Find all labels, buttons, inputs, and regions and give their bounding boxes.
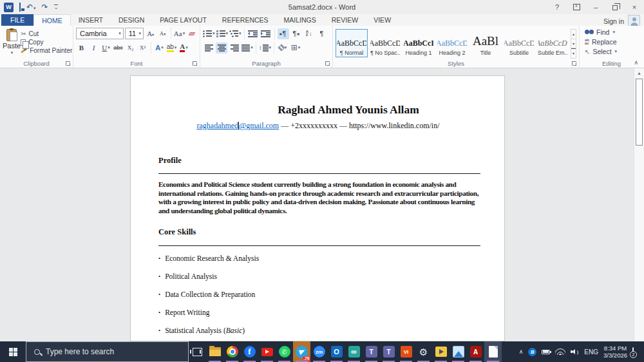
style-subtle-emphasis[interactable]: AaBbCcDiSubtle Em... <box>536 29 569 57</box>
app-media-player[interactable] <box>432 341 450 362</box>
change-case-button[interactable]: Aa▾ <box>174 28 185 39</box>
language-indicator[interactable]: ENG <box>584 348 598 356</box>
select-button[interactable]: ↖Select▾ <box>585 48 641 55</box>
tab-references[interactable]: REFERENCES <box>214 14 276 26</box>
tray-expand-button[interactable]: ∧ <box>519 348 524 355</box>
style-subtitle[interactable]: AaBbCcDSubtitle <box>503 29 535 57</box>
borders-button[interactable]: ⊞▾ <box>290 43 301 53</box>
collapse-ribbon-button[interactable]: ∧ <box>634 59 638 66</box>
save-button[interactable] <box>19 3 21 11</box>
strikethrough-button[interactable]: abc <box>113 43 124 53</box>
align-right-button[interactable] <box>229 43 240 53</box>
email-link[interactable]: raghadahmed@gmail.com <box>196 121 279 130</box>
styles-scroll-up-button[interactable]: ▴ <box>571 30 576 39</box>
app-photos[interactable] <box>450 341 467 362</box>
align-left-button[interactable] <box>203 43 214 53</box>
replace-button[interactable]: abacReplace <box>585 38 641 46</box>
styles-scroll-down-button[interactable]: ▾ <box>571 39 576 49</box>
document-page[interactable]: Raghad Ahmed Younis Allam raghadahmed@gm… <box>130 75 505 341</box>
style-title[interactable]: AaBlTitle <box>469 29 502 57</box>
find-button[interactable]: Find▾ <box>585 28 641 36</box>
app-chrome[interactable] <box>223 341 241 362</box>
app-infinity[interactable]: ∞ <box>345 341 363 362</box>
redo-button[interactable]: ↷ <box>42 3 48 11</box>
text-effects-button[interactable]: A▾ <box>154 43 165 53</box>
shrink-font-button[interactable]: A▾ <box>157 28 168 39</box>
wifi-icon[interactable] <box>555 348 565 355</box>
numbering-button[interactable]: ▾ <box>216 28 229 39</box>
dialog-launcher-styles[interactable] <box>572 61 576 66</box>
bold-button[interactable]: B <box>76 43 87 53</box>
highlight-color-button[interactable]: ab▾ <box>166 43 177 53</box>
vertical-scrollbar[interactable]: ▲ <box>634 68 644 341</box>
font-color-button[interactable]: A▾ <box>178 43 189 53</box>
scrollbar-thumb[interactable] <box>636 79 643 146</box>
battery-icon[interactable] <box>542 350 550 354</box>
app-telegram[interactable]: .79 <box>293 341 310 362</box>
app-acrobat[interactable]: A <box>467 341 484 362</box>
app-settings[interactable]: ⚙ <box>415 341 432 362</box>
justify-button[interactable]: ▾ <box>242 43 253 53</box>
app-vi[interactable]: VI <box>397 341 415 362</box>
bullets-button[interactable]: ▾ <box>203 28 215 39</box>
start-button[interactable] <box>0 341 26 362</box>
dialog-launcher-clipboard[interactable] <box>66 61 70 66</box>
style-heading-2[interactable]: AaBbCcDHeading 2 <box>436 29 468 57</box>
tab-mailings[interactable]: MAILINGS <box>276 14 324 26</box>
tab-home[interactable]: HOME <box>33 14 71 26</box>
cut-button[interactable]: ✂Cut <box>21 30 72 37</box>
bluetooth-icon[interactable]: B <box>528 348 536 356</box>
notification-center-button[interactable]: 2 <box>632 348 634 356</box>
show-formatting-marks-button[interactable]: ¶ <box>316 28 328 39</box>
subscript-button[interactable]: X₂ <box>125 43 136 53</box>
style-normal[interactable]: AaBbCcD¶ Normal <box>336 29 368 57</box>
app-word-document-active[interactable] <box>484 341 502 362</box>
taskbar-search-box[interactable]: Type here to search <box>26 341 189 362</box>
styles-more-button[interactable]: ▾ <box>571 48 576 58</box>
scroll-up-arrow[interactable]: ▲ <box>634 68 644 78</box>
underline-button[interactable]: U▾ <box>100 43 111 53</box>
app-youtube[interactable] <box>258 341 276 362</box>
tab-file[interactable]: FILE <box>1 14 33 26</box>
grow-font-button[interactable]: A▴ <box>145 28 156 39</box>
clock[interactable]: 8:34 PM 3/3/2026 <box>603 345 627 359</box>
app-outlook[interactable]: O <box>328 341 345 362</box>
sort-button[interactable]: AZ↓ <box>303 28 315 39</box>
increase-indent-button[interactable] <box>260 28 272 39</box>
italic-button[interactable]: I <box>88 43 99 53</box>
font-size-combo[interactable]: 11▾ <box>125 28 144 39</box>
superscript-button[interactable]: X² <box>137 43 148 53</box>
tab-insert[interactable]: INSERT <box>71 14 111 26</box>
volume-icon[interactable] <box>571 348 579 355</box>
app-whatsapp[interactable]: ✆ <box>276 341 293 362</box>
tab-design[interactable]: DESIGN <box>111 14 152 26</box>
font-family-combo[interactable]: Cambria▾ <box>76 28 124 39</box>
undo-button[interactable]: ↶▾ <box>26 3 36 11</box>
app-zoom[interactable]: zm <box>310 341 328 362</box>
multilevel-list-button[interactable]: ▾ <box>229 28 242 39</box>
ribbon-display-options-button[interactable]: ∧ <box>567 0 586 14</box>
dialog-launcher-paragraph[interactable] <box>325 61 330 66</box>
dialog-launcher-font[interactable] <box>193 61 197 66</box>
style-no-spacing[interactable]: AaBbCcD¶ No Spac... <box>369 29 401 57</box>
clear-formatting-button[interactable] <box>186 28 197 39</box>
restore-button[interactable] <box>605 0 625 14</box>
style-heading-1[interactable]: AaBbCcIHeading 1 <box>402 29 435 57</box>
app-teams-2[interactable]: T <box>380 341 397 362</box>
line-spacing-button[interactable]: ↕▾ <box>259 43 271 53</box>
rtl-text-direction-button[interactable]: ¶◂ <box>290 28 302 39</box>
app-teams-1[interactable]: T <box>363 341 380 362</box>
align-center-button[interactable] <box>216 43 227 53</box>
app-facebook[interactable]: f <box>241 341 258 362</box>
minimize-button[interactable]: – <box>586 0 605 14</box>
ltr-text-direction-button[interactable]: ▸¶ <box>278 28 289 39</box>
app-file-explorer[interactable] <box>206 341 223 362</box>
copy-button[interactable]: Copy <box>21 39 72 46</box>
paste-button[interactable]: Paste ▾ <box>3 28 21 59</box>
help-button[interactable]: ? <box>547 0 567 14</box>
customize-qat-button[interactable]: ⌄ <box>54 5 59 10</box>
task-view-button[interactable] <box>189 341 206 362</box>
close-button[interactable]: × <box>625 0 644 14</box>
decrease-indent-button[interactable] <box>247 28 259 39</box>
tab-view[interactable]: VIEW <box>366 14 399 26</box>
